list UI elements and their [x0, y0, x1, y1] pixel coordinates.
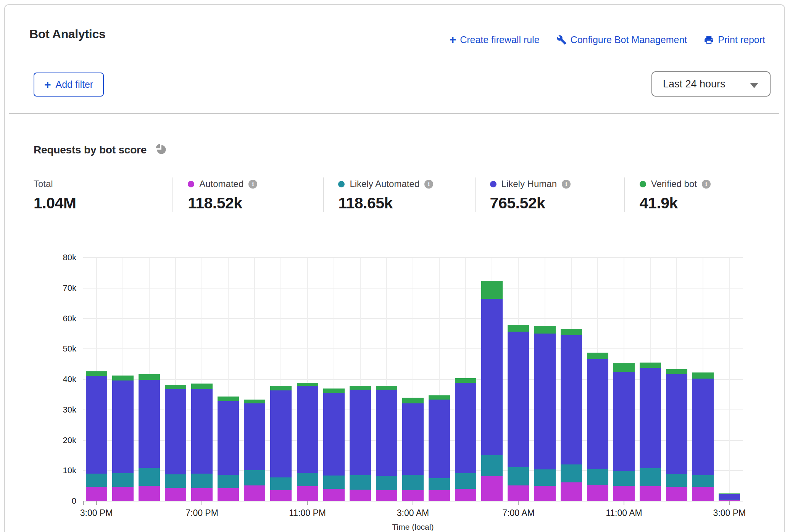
- bar-stack[interactable]: [297, 383, 318, 501]
- bar-stack[interactable]: [112, 376, 134, 501]
- time-range-value: Last 24 hours: [663, 78, 726, 90]
- bar-segment-likely-automated: [218, 475, 239, 488]
- bar-segment-likely-human: [561, 335, 582, 465]
- bar-segment-likely-human: [692, 379, 714, 475]
- bar-segment-verified-bot: [561, 329, 582, 335]
- x-tick-label: 7:00 PM: [185, 508, 218, 518]
- bar-stack[interactable]: [402, 398, 424, 501]
- verified-bot-legend-dot: [640, 181, 646, 187]
- bar-stack[interactable]: [640, 363, 661, 501]
- bar-stack[interactable]: [587, 353, 608, 501]
- bar-segment-likely-automated: [112, 473, 134, 487]
- configure-bot-management-label: Configure Bot Management: [571, 34, 687, 45]
- bar-segment-automated: [350, 490, 371, 501]
- x-axis-tick: [83, 501, 84, 505]
- x-axis-tick: [307, 501, 308, 505]
- pie-chart-icon: [154, 142, 168, 158]
- stat-likely-automated: Likely Automated i 118.65k: [323, 177, 474, 212]
- bar-segment-verified-bot: [481, 281, 503, 299]
- stat-value: 765.52k: [490, 194, 613, 212]
- bar-segment-likely-human: [270, 390, 292, 477]
- bar-stack[interactable]: [613, 363, 635, 501]
- bar-segment-automated: [323, 489, 345, 501]
- bar-stack[interactable]: [350, 386, 371, 501]
- add-filter-button[interactable]: + Add filter: [34, 73, 104, 97]
- bar-stack[interactable]: [270, 386, 292, 501]
- stat-automated: Automated i 118.52k: [173, 177, 323, 212]
- bar-segment-likely-human: [350, 390, 371, 475]
- v-gridline: [729, 258, 730, 501]
- stat-likely-human: Likely Human i 765.52k: [475, 177, 624, 212]
- chevron-down-icon: [750, 83, 758, 88]
- bar-stack[interactable]: [481, 281, 503, 501]
- y-tick-label: 80k: [41, 253, 76, 262]
- x-tick-label: 3:00 PM: [80, 508, 113, 518]
- header-divider: [9, 113, 779, 114]
- bar-segment-automated: [587, 485, 608, 501]
- x-axis-title: Time (local): [392, 522, 434, 532]
- bar-stack[interactable]: [86, 371, 107, 501]
- bar-segment-likely-human: [719, 494, 740, 500]
- bar-segment-verified-bot: [112, 376, 134, 381]
- bar-stack[interactable]: [191, 384, 213, 501]
- info-icon[interactable]: i: [702, 180, 711, 189]
- bar-segment-verified-bot: [218, 397, 239, 401]
- bar-segment-likely-automated: [402, 475, 424, 490]
- bar-segment-automated: [297, 486, 318, 501]
- bar-segment-likely-automated: [270, 477, 292, 490]
- bar-stack[interactable]: [323, 389, 345, 501]
- print-report-link[interactable]: Print report: [704, 34, 765, 45]
- info-icon[interactable]: i: [424, 180, 433, 189]
- bar-stack[interactable]: [561, 329, 582, 501]
- bar-segment-likely-automated: [640, 468, 661, 486]
- bar-segment-likely-automated: [534, 469, 556, 486]
- bar-segment-automated: [191, 488, 213, 501]
- stat-label: Total: [34, 179, 53, 189]
- y-tick-label: 60k: [41, 314, 76, 323]
- bar-stack[interactable]: [429, 395, 450, 501]
- bar-segment-likely-human: [481, 299, 503, 455]
- page: Bot Analytics + Create firewall rule Con…: [0, 0, 790, 532]
- bar-segment-likely-automated: [86, 474, 107, 487]
- bar-stack[interactable]: [508, 325, 529, 501]
- bar-segment-automated: [666, 487, 687, 501]
- bar-segment-verified-bot: [587, 353, 608, 359]
- likely-human-legend-dot: [490, 181, 497, 187]
- bar-stack[interactable]: [165, 385, 186, 501]
- create-firewall-rule-link[interactable]: + Create firewall rule: [450, 34, 540, 45]
- bar-stack[interactable]: [455, 378, 476, 501]
- bar-segment-automated: [270, 490, 292, 501]
- bar-segment-verified-bot: [402, 398, 424, 403]
- bot-analytics-card: Bot Analytics + Create firewall rule Con…: [4, 4, 785, 532]
- x-tick-label: 3:00 PM: [713, 508, 746, 518]
- bar-segment-likely-human: [429, 400, 450, 479]
- bar-stack[interactable]: [534, 326, 556, 501]
- bar-stack[interactable]: [719, 493, 740, 501]
- bar-segment-likely-automated: [376, 476, 397, 490]
- printer-icon: [704, 35, 714, 45]
- bar-segment-likely-human: [534, 334, 556, 469]
- info-icon[interactable]: i: [562, 180, 571, 189]
- bar-stack[interactable]: [692, 372, 714, 501]
- bar-segment-verified-bot: [191, 384, 213, 389]
- page-title: Bot Analytics: [29, 27, 105, 41]
- bar-segment-verified-bot: [165, 385, 186, 390]
- configure-bot-management-link[interactable]: Configure Bot Management: [556, 34, 687, 45]
- bar-stack[interactable]: [244, 400, 265, 501]
- bar-stack[interactable]: [139, 374, 160, 501]
- plot-area: Time (local) 3:00 PM7:00 PM11:00 PM3:00 …: [83, 258, 743, 501]
- x-tick-label: 11:00 PM: [289, 508, 326, 518]
- time-range-select[interactable]: Last 24 hours: [651, 71, 771, 97]
- bar-stack[interactable]: [218, 397, 239, 501]
- bar-segment-verified-bot: [508, 325, 529, 332]
- bar-stack[interactable]: [376, 386, 397, 501]
- bar-stack[interactable]: [666, 369, 687, 501]
- bar-segment-verified-bot: [666, 369, 687, 374]
- bar-segment-likely-human: [86, 376, 107, 474]
- bar-segment-automated: [112, 487, 134, 501]
- bar-segment-likely-automated: [455, 473, 476, 489]
- section-title: Requests by bot score: [34, 144, 147, 156]
- bar-segment-likely-human: [376, 390, 397, 476]
- bar-segment-likely-human: [244, 403, 265, 470]
- info-icon[interactable]: i: [248, 180, 257, 189]
